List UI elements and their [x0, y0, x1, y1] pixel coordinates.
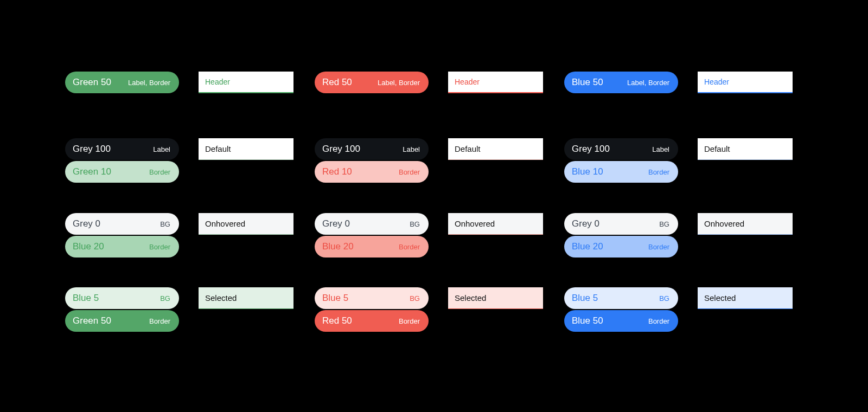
token-stack: Blue 50 Label, Border [564, 72, 678, 93]
pill-grey-100: Grey 100 Label [315, 138, 429, 160]
pill-name: Green 50 [73, 316, 111, 326]
pill-usage: Label, Border [627, 79, 669, 87]
swatch-hover: Onhovered [448, 213, 543, 235]
pill-green-50: Green 50 Label, Border [65, 72, 179, 93]
pill-usage: Border [648, 168, 669, 176]
token-stack: Blue 5 BG Blue 50 Border [564, 287, 678, 332]
pill-usage: Label, Border [378, 79, 420, 87]
pill-usage: Label [153, 145, 170, 153]
pill-green-5: Blue 5 BG [65, 287, 179, 309]
pill-blue-50: Blue 50 Label, Border [564, 72, 678, 93]
swatch-label: Selected [704, 293, 736, 302]
token-stack: Blue 5 BG Red 50 Border [315, 287, 429, 332]
token-stack: Grey 0 BG Blue 20 Border [564, 213, 678, 258]
pill-usage: BG [659, 294, 669, 302]
pill-usage: BG [410, 220, 420, 228]
pill-usage: Border [648, 317, 669, 325]
swatch-label: Onhovered [455, 219, 495, 228]
pill-name: Red 10 [322, 166, 352, 177]
pill-green-20: Blue 20 Border [65, 236, 179, 258]
pill-name: Grey 0 [572, 218, 599, 229]
swatch-hover: Onhovered [199, 213, 293, 235]
pill-blue-5: Blue 5 BG [564, 287, 678, 309]
swatch-header: Header [448, 72, 543, 93]
pill-grey-0: Grey 0 BG [315, 213, 429, 235]
pill-name: Blue 50 [572, 77, 603, 88]
swatch-selected: Selected [199, 287, 293, 309]
pill-name: Grey 0 [322, 218, 350, 229]
pill-name: Grey 100 [572, 144, 610, 154]
pill-red-50: Red 50 Label, Border [315, 72, 429, 93]
swatch-selected: Selected [698, 287, 793, 309]
swatch-label: Default [455, 144, 481, 153]
swatch-default: Default [698, 138, 793, 160]
pill-grey-100: Grey 100 Label [65, 138, 179, 160]
pill-name: Grey 100 [322, 144, 360, 154]
pill-name: Blue 5 [322, 293, 348, 304]
pill-red-5: Blue 5 BG [315, 287, 429, 309]
pill-blue-10: Blue 10 Border [564, 161, 678, 183]
swatch-default: Default [448, 138, 543, 160]
pill-green-10: Green 10 Border [65, 161, 179, 183]
pill-grey-100: Grey 100 Label [564, 138, 678, 160]
pill-name: Red 50 [322, 316, 352, 326]
pill-grey-0: Grey 0 BG [65, 213, 179, 235]
pill-usage: Label [403, 145, 420, 153]
swatch-selected: Selected [448, 287, 543, 309]
pill-name: Blue 5 [572, 293, 598, 304]
pill-red-10: Red 10 Border [315, 161, 429, 183]
swatch-label: Onhovered [704, 219, 744, 228]
pill-name: Green 10 [73, 166, 111, 177]
pill-usage: Border [149, 168, 170, 176]
pill-red-20: Blue 20 Border [315, 236, 429, 258]
token-stack: Grey 100 Label Blue 10 Border [564, 138, 678, 183]
swatch-header: Header [199, 72, 293, 93]
token-stack: Grey 100 Label Red 10 Border [315, 138, 429, 183]
swatch-label: Onhovered [205, 219, 245, 228]
swatch-label: Selected [455, 293, 486, 302]
token-stack: Red 50 Label, Border [315, 72, 429, 93]
swatch-label: Header [455, 78, 480, 86]
pill-usage: Border [399, 168, 420, 176]
token-stack: Grey 0 BG Blue 20 Border [65, 213, 179, 258]
pill-usage: Border [648, 243, 669, 251]
pill-name: Blue 20 [572, 241, 603, 252]
swatch-label: Selected [205, 293, 237, 302]
swatch-hover: Onhovered [698, 213, 793, 235]
swatch-header: Header [698, 72, 793, 93]
pill-name: Grey 0 [73, 218, 100, 229]
pill-name: Blue 20 [73, 241, 104, 252]
pill-name: Blue 5 [73, 293, 99, 304]
pill-blue-50: Blue 50 Border [564, 310, 678, 332]
pill-usage: Border [399, 317, 420, 325]
pill-usage: BG [410, 294, 420, 302]
pill-usage: BG [160, 220, 170, 228]
swatch-default: Default [199, 138, 293, 160]
pill-name: Green 50 [73, 77, 111, 88]
pill-name: Blue 20 [322, 241, 354, 252]
pill-name: Blue 10 [572, 166, 603, 177]
pill-usage: Label, Border [128, 79, 170, 87]
token-stack: Green 50 Label, Border [65, 72, 179, 93]
pill-blue-20: Blue 20 Border [564, 236, 678, 258]
swatch-label: Header [704, 78, 729, 86]
swatch-label: Default [205, 144, 231, 153]
pill-usage: Label [652, 145, 669, 153]
pill-usage: BG [659, 220, 669, 228]
pill-name: Red 50 [322, 77, 352, 88]
pill-usage: BG [160, 294, 170, 302]
pill-usage: Border [399, 243, 420, 251]
pill-name: Blue 50 [572, 316, 603, 326]
swatch-label: Default [704, 144, 730, 153]
pill-name: Grey 100 [73, 144, 111, 154]
token-stack: Grey 100 Label Green 10 Border [65, 138, 179, 183]
token-stack: Grey 0 BG Blue 20 Border [315, 213, 429, 258]
pill-green-50: Green 50 Border [65, 310, 179, 332]
pill-red-50: Red 50 Border [315, 310, 429, 332]
swatch-label: Header [205, 78, 230, 86]
pill-usage: Border [149, 317, 170, 325]
pill-grey-0: Grey 0 BG [564, 213, 678, 235]
token-stack: Blue 5 BG Green 50 Border [65, 287, 179, 332]
pill-usage: Border [149, 243, 170, 251]
